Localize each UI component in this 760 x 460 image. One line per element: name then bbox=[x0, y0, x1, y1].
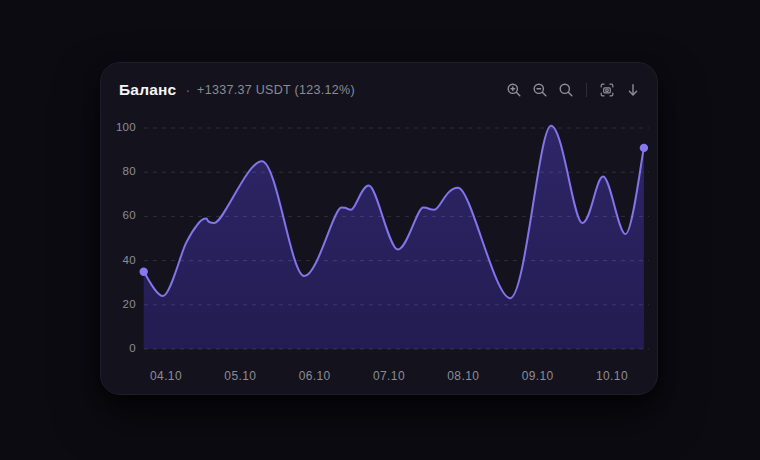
x-tick-label: 04.10 bbox=[129, 369, 203, 383]
y-tick-label: 100 bbox=[101, 121, 136, 133]
balance-chart: 020406080100 04.1005.1006.1007.1008.1009… bbox=[101, 63, 659, 396]
x-tick-label: 10.10 bbox=[575, 369, 649, 383]
y-tick-label: 20 bbox=[101, 298, 136, 310]
balance-card: Баланс · +1337.37 USDT (123.12%) bbox=[100, 62, 658, 395]
chart-end-dot bbox=[640, 144, 648, 152]
x-tick-label: 09.10 bbox=[501, 369, 575, 383]
y-tick-label: 40 bbox=[101, 254, 136, 266]
x-tick-label: 05.10 bbox=[203, 369, 277, 383]
x-tick-label: 07.10 bbox=[352, 369, 426, 383]
chart-area-fill bbox=[144, 126, 644, 349]
page-background: Баланс · +1337.37 USDT (123.12%) bbox=[0, 0, 760, 460]
x-tick-label: 06.10 bbox=[278, 369, 352, 383]
x-tick-label: 08.10 bbox=[426, 369, 500, 383]
balance-chart-canvas bbox=[101, 63, 659, 396]
y-tick-label: 60 bbox=[101, 209, 136, 221]
y-tick-label: 80 bbox=[101, 165, 136, 177]
chart-start-dot bbox=[140, 268, 148, 276]
y-tick-label: 0 bbox=[101, 342, 136, 354]
